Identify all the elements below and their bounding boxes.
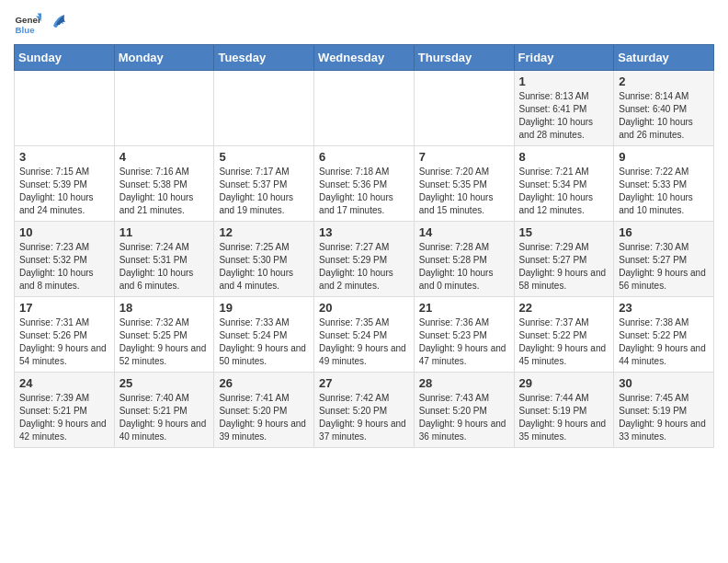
logo-icon: General Blue <box>14 9 41 37</box>
calendar-cell: 25Sunrise: 7:40 AM Sunset: 5:21 PM Dayli… <box>114 373 214 448</box>
day-number: 1 <box>519 75 609 88</box>
svg-text:Blue: Blue <box>16 25 36 35</box>
calendar-cell: 12Sunrise: 7:25 AM Sunset: 5:30 PM Dayli… <box>214 222 314 297</box>
day-header-wednesday: Wednesday <box>314 45 415 71</box>
day-number: 19 <box>219 301 309 315</box>
day-number: 18 <box>119 301 210 315</box>
day-number: 6 <box>319 150 409 164</box>
day-info: Sunrise: 7:38 AM Sunset: 5:22 PM Dayligh… <box>619 316 709 368</box>
day-info: Sunrise: 7:35 AM Sunset: 5:24 PM Dayligh… <box>319 316 409 368</box>
day-number: 2 <box>619 75 709 88</box>
calendar-cell: 6Sunrise: 7:18 AM Sunset: 5:36 PM Daylig… <box>314 146 415 222</box>
calendar-cell: 28Sunrise: 7:43 AM Sunset: 5:20 PM Dayli… <box>414 373 514 448</box>
calendar-cell: 10Sunrise: 7:23 AM Sunset: 5:32 PM Dayli… <box>15 222 115 297</box>
calendar-cell: 7Sunrise: 7:20 AM Sunset: 5:35 PM Daylig… <box>414 146 514 222</box>
calendar-cell: 19Sunrise: 7:33 AM Sunset: 5:24 PM Dayli… <box>214 297 314 373</box>
day-info: Sunrise: 7:21 AM Sunset: 5:34 PM Dayligh… <box>519 166 609 217</box>
calendar-cell <box>414 71 514 146</box>
logo-bird-icon <box>49 13 65 33</box>
day-header-thursday: Thursday <box>414 45 514 71</box>
calendar-cell: 13Sunrise: 7:27 AM Sunset: 5:29 PM Dayli… <box>314 222 415 297</box>
calendar-cell: 30Sunrise: 7:45 AM Sunset: 5:19 PM Dayli… <box>614 373 714 448</box>
day-info: Sunrise: 7:28 AM Sunset: 5:28 PM Dayligh… <box>419 241 509 293</box>
calendar-cell: 14Sunrise: 7:28 AM Sunset: 5:28 PM Dayli… <box>414 222 514 297</box>
day-number: 29 <box>519 376 609 390</box>
day-number: 22 <box>519 301 609 315</box>
day-info: Sunrise: 7:40 AM Sunset: 5:21 PM Dayligh… <box>119 392 210 443</box>
day-info: Sunrise: 7:32 AM Sunset: 5:25 PM Dayligh… <box>119 316 210 368</box>
calendar-week-4: 17Sunrise: 7:31 AM Sunset: 5:26 PM Dayli… <box>15 297 714 373</box>
calendar-cell: 15Sunrise: 7:29 AM Sunset: 5:27 PM Dayli… <box>514 222 614 297</box>
calendar-week-5: 24Sunrise: 7:39 AM Sunset: 5:21 PM Dayli… <box>15 373 714 448</box>
calendar-cell <box>15 71 115 146</box>
day-info: Sunrise: 7:27 AM Sunset: 5:29 PM Dayligh… <box>319 241 409 293</box>
calendar-cell: 26Sunrise: 7:41 AM Sunset: 5:20 PM Dayli… <box>214 373 314 448</box>
day-number: 8 <box>519 150 609 164</box>
day-number: 11 <box>119 225 210 239</box>
day-info: Sunrise: 7:25 AM Sunset: 5:30 PM Dayligh… <box>219 241 309 293</box>
day-header-sunday: Sunday <box>15 45 115 71</box>
calendar-cell: 1Sunrise: 8:13 AM Sunset: 6:41 PM Daylig… <box>514 71 614 146</box>
day-number: 12 <box>219 225 309 239</box>
day-info: Sunrise: 7:42 AM Sunset: 5:20 PM Dayligh… <box>319 392 409 443</box>
calendar-cell: 22Sunrise: 7:37 AM Sunset: 5:22 PM Dayli… <box>514 297 614 373</box>
day-header-friday: Friday <box>514 45 614 71</box>
day-number: 28 <box>419 376 509 390</box>
day-info: Sunrise: 7:22 AM Sunset: 5:33 PM Dayligh… <box>619 166 709 217</box>
day-info: Sunrise: 7:43 AM Sunset: 5:20 PM Dayligh… <box>419 392 509 443</box>
day-info: Sunrise: 7:29 AM Sunset: 5:27 PM Dayligh… <box>519 241 609 293</box>
day-number: 27 <box>319 376 409 390</box>
calendar-cell: 24Sunrise: 7:39 AM Sunset: 5:21 PM Dayli… <box>15 373 115 448</box>
day-info: Sunrise: 7:44 AM Sunset: 5:19 PM Dayligh… <box>519 392 609 443</box>
day-header-tuesday: Tuesday <box>214 45 314 71</box>
logo: General Blue <box>14 9 65 37</box>
calendar-cell: 4Sunrise: 7:16 AM Sunset: 5:38 PM Daylig… <box>114 146 214 222</box>
day-info: Sunrise: 7:18 AM Sunset: 5:36 PM Dayligh… <box>319 166 409 217</box>
day-number: 9 <box>619 150 709 164</box>
calendar-cell: 8Sunrise: 7:21 AM Sunset: 5:34 PM Daylig… <box>514 146 614 222</box>
day-number: 7 <box>419 150 509 164</box>
day-info: Sunrise: 7:23 AM Sunset: 5:32 PM Dayligh… <box>19 241 109 293</box>
day-info: Sunrise: 8:14 AM Sunset: 6:40 PM Dayligh… <box>619 90 709 142</box>
calendar-header-row: SundayMondayTuesdayWednesdayThursdayFrid… <box>15 45 714 71</box>
day-info: Sunrise: 7:30 AM Sunset: 5:27 PM Dayligh… <box>619 241 709 293</box>
calendar-cell: 2Sunrise: 8:14 AM Sunset: 6:40 PM Daylig… <box>614 71 714 146</box>
day-number: 4 <box>119 150 210 164</box>
day-number: 16 <box>619 225 709 239</box>
calendar-cell: 20Sunrise: 7:35 AM Sunset: 5:24 PM Dayli… <box>314 297 415 373</box>
calendar-cell: 5Sunrise: 7:17 AM Sunset: 5:37 PM Daylig… <box>214 146 314 222</box>
day-number: 23 <box>619 301 709 315</box>
day-number: 5 <box>219 150 309 164</box>
calendar-body: 1Sunrise: 8:13 AM Sunset: 6:41 PM Daylig… <box>15 71 714 448</box>
day-number: 26 <box>219 376 309 390</box>
day-info: Sunrise: 7:41 AM Sunset: 5:20 PM Dayligh… <box>219 392 309 443</box>
day-number: 30 <box>619 376 709 390</box>
calendar-cell: 17Sunrise: 7:31 AM Sunset: 5:26 PM Dayli… <box>15 297 115 373</box>
calendar-cell: 29Sunrise: 7:44 AM Sunset: 5:19 PM Dayli… <box>514 373 614 448</box>
calendar-cell: 23Sunrise: 7:38 AM Sunset: 5:22 PM Dayli… <box>614 297 714 373</box>
day-info: Sunrise: 7:24 AM Sunset: 5:31 PM Dayligh… <box>119 241 210 293</box>
day-number: 17 <box>19 301 109 315</box>
day-info: Sunrise: 7:39 AM Sunset: 5:21 PM Dayligh… <box>19 392 109 443</box>
header: General Blue <box>14 9 714 37</box>
day-info: Sunrise: 7:15 AM Sunset: 5:39 PM Dayligh… <box>19 166 109 217</box>
day-number: 24 <box>19 376 109 390</box>
calendar-table: SundayMondayTuesdayWednesdayThursdayFrid… <box>14 44 714 448</box>
calendar-cell: 27Sunrise: 7:42 AM Sunset: 5:20 PM Dayli… <box>314 373 415 448</box>
calendar-week-3: 10Sunrise: 7:23 AM Sunset: 5:32 PM Dayli… <box>15 222 714 297</box>
calendar-cell: 16Sunrise: 7:30 AM Sunset: 5:27 PM Dayli… <box>614 222 714 297</box>
calendar-cell: 21Sunrise: 7:36 AM Sunset: 5:23 PM Dayli… <box>414 297 514 373</box>
day-number: 13 <box>319 225 409 239</box>
day-header-monday: Monday <box>114 45 214 71</box>
day-number: 14 <box>419 225 509 239</box>
calendar-cell: 9Sunrise: 7:22 AM Sunset: 5:33 PM Daylig… <box>614 146 714 222</box>
calendar-week-2: 3Sunrise: 7:15 AM Sunset: 5:39 PM Daylig… <box>15 146 714 222</box>
day-info: Sunrise: 7:16 AM Sunset: 5:38 PM Dayligh… <box>119 166 210 217</box>
day-info: Sunrise: 7:17 AM Sunset: 5:37 PM Dayligh… <box>219 166 309 217</box>
day-info: Sunrise: 7:36 AM Sunset: 5:23 PM Dayligh… <box>419 316 509 368</box>
day-number: 3 <box>19 150 109 164</box>
calendar-cell: 3Sunrise: 7:15 AM Sunset: 5:39 PM Daylig… <box>15 146 115 222</box>
day-info: Sunrise: 7:37 AM Sunset: 5:22 PM Dayligh… <box>519 316 609 368</box>
calendar-cell: 11Sunrise: 7:24 AM Sunset: 5:31 PM Dayli… <box>114 222 214 297</box>
day-info: Sunrise: 7:31 AM Sunset: 5:26 PM Dayligh… <box>19 316 109 368</box>
